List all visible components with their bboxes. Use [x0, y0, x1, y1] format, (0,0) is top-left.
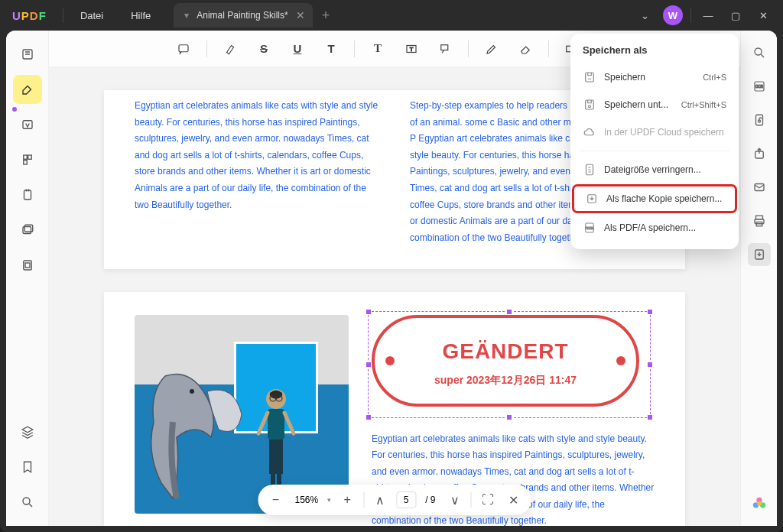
minimize-button[interactable]: — — [694, 3, 722, 28]
search-icon[interactable] — [748, 41, 771, 64]
close-bar-button[interactable]: ✕ — [504, 490, 524, 510]
svg-rect-11 — [179, 44, 188, 51]
app-window: UPDF Datei Hilfe ▾ Animal Painting Skill… — [0, 0, 783, 532]
page-navigation-bar: − 156% ▾ + ∧ / 9 ∨ ⛶ ✕ — [258, 485, 531, 515]
save-as-item[interactable]: Speichern unt... Ctrl+Shift+S — [570, 91, 739, 118]
svg-rect-22 — [269, 440, 283, 474]
divider — [690, 8, 691, 23]
reduce-size-item[interactable]: Dateigröße verringern... — [570, 156, 739, 183]
highlight-tool-icon[interactable] — [219, 38, 241, 60]
organize-pages-icon[interactable] — [13, 145, 42, 174]
svg-text:OCR: OCR — [755, 85, 764, 89]
pdfa-icon: PDF/A — [583, 221, 596, 235]
svg-rect-5 — [24, 190, 31, 200]
print-icon[interactable] — [748, 209, 771, 232]
new-tab-button[interactable]: + — [322, 8, 330, 24]
save-panel-title: Speichern als — [570, 44, 739, 63]
compress-file-icon — [583, 163, 596, 177]
chevron-down-icon[interactable]: ⌄ — [631, 3, 658, 28]
comment-icon[interactable] — [173, 38, 194, 60]
menu-help[interactable]: Hilfe — [117, 10, 164, 21]
next-page-button[interactable]: ∨ — [445, 490, 465, 510]
app-body: S U T T T ▾ ▾ Egyptian art celebrates an… — [6, 31, 777, 526]
titlebar: UPDF Datei Hilfe ▾ Animal Painting Skill… — [0, 0, 783, 31]
svg-rect-2 — [23, 155, 27, 159]
strikethrough-icon[interactable]: S — [253, 38, 275, 60]
right-sidebar: OCR — [740, 31, 777, 526]
crop-icon[interactable] — [13, 180, 42, 209]
indicator-dot — [12, 107, 17, 112]
svg-point-36 — [758, 120, 760, 122]
svg-rect-25 — [586, 73, 594, 82]
email-icon[interactable] — [748, 176, 771, 199]
search-sidebar-icon[interactable] — [13, 488, 42, 517]
cloud-icon — [583, 125, 596, 139]
protect-icon[interactable] — [748, 109, 771, 131]
svg-point-46 — [757, 501, 762, 506]
save-item[interactable]: Speichern Ctrl+S — [570, 63, 739, 91]
cloud-save-item[interactable]: In der UPDF Cloud speichern — [570, 118, 739, 146]
menu-file[interactable]: Datei — [67, 10, 117, 21]
layers-icon[interactable] — [13, 417, 42, 446]
compress-icon[interactable] — [13, 251, 42, 280]
close-button[interactable]: ✕ — [749, 3, 777, 28]
redact-icon[interactable] — [13, 216, 42, 245]
user-avatar[interactable]: W — [663, 5, 683, 25]
pdfa-item[interactable]: PDF/A Als PDF/A speichern... — [570, 214, 739, 242]
fit-width-icon[interactable]: ⛶ — [478, 490, 498, 510]
stamp-text: GEÄNDERT — [442, 332, 568, 371]
page-total: / 9 — [422, 495, 438, 505]
underline-icon[interactable]: U — [287, 38, 308, 60]
pencil-icon[interactable] — [481, 38, 502, 60]
svg-text:T: T — [410, 46, 414, 53]
flatten-copy-item[interactable]: Als flache Kopie speichern... — [573, 185, 736, 212]
separator — [354, 41, 355, 57]
zoom-out-button[interactable]: − — [265, 490, 285, 510]
svg-rect-21 — [268, 409, 284, 440]
tab-close-button[interactable]: ✕ — [296, 9, 305, 21]
export-icon[interactable] — [748, 243, 771, 266]
maximize-button[interactable]: ▢ — [722, 3, 749, 28]
tab-title: Animal Painting Skills* — [197, 10, 288, 21]
svg-point-32 — [755, 48, 762, 55]
page-number-input[interactable] — [396, 491, 416, 508]
eraser-icon[interactable] — [515, 38, 536, 60]
left-sidebar — [6, 31, 49, 526]
edit-text-icon[interactable] — [13, 110, 42, 139]
share-icon[interactable] — [748, 142, 771, 165]
flatten-icon — [585, 192, 599, 206]
zoom-in-button[interactable]: + — [337, 490, 357, 510]
prev-page-button[interactable]: ∧ — [370, 490, 390, 510]
text-tool-icon[interactable]: T — [367, 38, 388, 60]
save-as-panel: Speichern als Speichern Ctrl+S Speichern… — [570, 34, 739, 249]
svg-point-10 — [23, 498, 30, 504]
divider — [63, 8, 63, 23]
separator — [548, 41, 549, 57]
save-as-icon — [583, 98, 596, 112]
textbox-icon[interactable]: T — [401, 38, 422, 60]
shortcut-label: Ctrl+S — [703, 73, 726, 82]
svg-rect-14 — [441, 44, 448, 50]
ai-assistant-icon[interactable] — [748, 492, 771, 515]
reader-mode-icon[interactable] — [13, 40, 42, 69]
callout-icon[interactable] — [434, 38, 456, 60]
stamp-annotation[interactable]: GEÄNDERT super 2023年12月26日 11:47 — [372, 315, 647, 414]
zoom-level[interactable]: 156% — [291, 495, 321, 505]
svg-rect-3 — [28, 155, 31, 159]
document-tab[interactable]: ▾ Animal Painting Skills* ✕ — [174, 3, 312, 28]
text-column-left: Egyptian art celebrates animals like cat… — [135, 98, 379, 246]
ocr-icon[interactable]: OCR — [748, 75, 771, 98]
separator — [468, 41, 469, 57]
squiggly-icon[interactable]: T — [320, 38, 342, 60]
svg-point-17 — [190, 389, 194, 394]
separator — [206, 41, 207, 57]
svg-point-27 — [589, 105, 591, 108]
bookmark-icon[interactable] — [13, 453, 42, 482]
highlighter-icon[interactable] — [13, 75, 42, 104]
stamp-date: super 2023年12月26日 11:47 — [434, 371, 577, 390]
svg-rect-4 — [23, 161, 27, 164]
app-logo: UPDF — [12, 9, 46, 22]
svg-rect-9 — [25, 263, 30, 268]
save-icon — [583, 70, 596, 84]
shortcut-label: Ctrl+Shift+S — [681, 100, 726, 109]
